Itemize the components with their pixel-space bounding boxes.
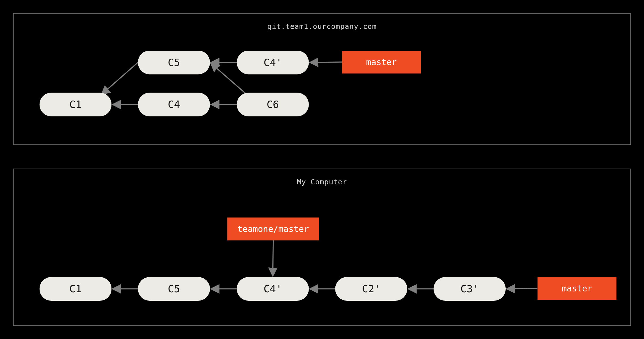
commit-label: C6 (267, 99, 279, 110)
branch-master: master (538, 277, 617, 300)
commit-node: C4' (237, 277, 309, 301)
commit-label: C1 (69, 99, 81, 110)
branch-label: master (562, 283, 592, 294)
branch-master: master (342, 51, 421, 74)
diagram-stage: git.team1.ourcompany.com My Computer C1 … (0, 0, 644, 339)
branch-label: teamone/master (238, 224, 309, 234)
panel-local: My Computer (13, 169, 631, 326)
commit-node: C4' (237, 51, 309, 74)
commit-label: C4 (168, 99, 180, 110)
panel-local-title: My Computer (14, 178, 630, 186)
commit-label: C4' (264, 283, 282, 295)
commit-node: C6 (237, 93, 309, 116)
panel-remote-title: git.team1.ourcompany.com (14, 22, 630, 31)
branch-label: master (366, 57, 397, 67)
commit-node: C4 (138, 93, 210, 116)
commit-label: C1 (69, 283, 81, 295)
commit-label: C3' (460, 283, 479, 295)
commit-label: C5 (168, 57, 180, 69)
branch-teamone-master: teamone/master (227, 218, 319, 240)
commit-node: C5 (138, 277, 210, 301)
commit-label: C2' (362, 283, 380, 295)
commit-node: C1 (40, 277, 112, 301)
commit-node: C5 (138, 51, 210, 74)
commit-label: C4' (264, 57, 282, 69)
commit-node: C2' (335, 277, 407, 301)
commit-label: C5 (168, 283, 180, 295)
panel-remote: git.team1.ourcompany.com (13, 13, 631, 145)
commit-node: C3' (434, 277, 506, 301)
commit-node: C1 (40, 93, 112, 116)
